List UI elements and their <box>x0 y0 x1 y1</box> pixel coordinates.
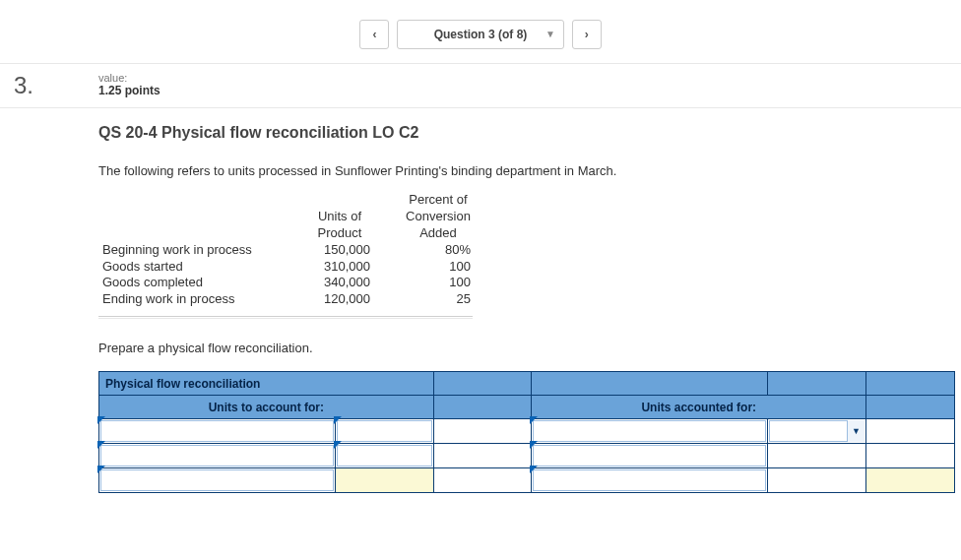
row-label: Beginning work in process <box>98 242 295 259</box>
edit-marker-icon <box>97 441 105 449</box>
col1-header-line1: Units of <box>295 209 384 225</box>
row-pct: 100 <box>384 275 492 291</box>
question-content: QS 20-4 Physical flow reconciliation LO … <box>0 124 961 493</box>
row-units: 150,000 <box>295 242 384 259</box>
question-header: 3. value: 1.25 points <box>0 63 961 108</box>
question-nav-bar: ‹ Question 3 (of 8) ▼ › <box>0 0 961 63</box>
row-units: 340,000 <box>295 275 384 291</box>
row-units: 120,000 <box>295 291 384 308</box>
next-question-button[interactable]: › <box>572 20 602 49</box>
left-desc-input-3[interactable] <box>100 469 334 491</box>
col2-header-line2: Conversion <box>384 209 492 225</box>
table-row: Goods completed 340,000 100 <box>98 275 492 291</box>
table-row: Goods started 310,000 100 <box>98 259 492 276</box>
prepare-instruction: Prepare a physical flow reconciliation. <box>98 341 922 355</box>
left-desc-input-1[interactable] <box>100 420 334 442</box>
right-section-header: Units accounted for: <box>532 396 866 419</box>
question-selector-label: Question 3 (of 8) <box>434 28 528 41</box>
left-value-input-1[interactable] <box>337 420 432 442</box>
question-selector[interactable]: Question 3 (of 8) ▼ <box>397 20 564 49</box>
row-label: Goods started <box>98 259 295 276</box>
prev-question-button[interactable]: ‹ <box>359 20 389 49</box>
col2-header-line1: Percent of <box>384 192 492 209</box>
value-label: value: <box>98 72 160 84</box>
table-row: Beginning work in process 150,000 80% <box>98 242 492 259</box>
row-pct: 25 <box>384 291 492 308</box>
right-dropdown-1[interactable]: ▼ <box>768 419 866 444</box>
reconciliation-table: Physical flow reconciliation Units to ac… <box>98 371 955 493</box>
edit-marker-icon <box>334 416 342 424</box>
row-pct: 80% <box>384 242 492 259</box>
points-value: 1.25 points <box>98 84 160 97</box>
left-section-header: Units to account for: <box>99 396 434 419</box>
chevron-down-icon: ▼ <box>847 420 865 442</box>
col2-header-line3: Added <box>384 225 492 242</box>
left-desc-input-2[interactable] <box>100 445 334 467</box>
table-underline <box>98 316 473 319</box>
edit-marker-icon <box>97 416 105 424</box>
left-value-input-2[interactable] <box>337 445 432 467</box>
edit-marker-icon <box>530 466 538 473</box>
edit-marker-icon <box>530 441 538 449</box>
recon-title: Physical flow reconciliation <box>99 372 434 396</box>
right-desc-input-3[interactable] <box>533 469 766 491</box>
col1-header-line2: Product <box>295 225 384 242</box>
table-row: Ending work in process 120,000 25 <box>98 291 492 308</box>
row-pct: 100 <box>384 259 492 276</box>
row-label: Goods completed <box>98 275 295 291</box>
question-title: QS 20-4 Physical flow reconciliation LO … <box>98 124 922 142</box>
edit-marker-icon <box>530 416 538 424</box>
edit-marker-icon <box>334 441 342 449</box>
right-desc-input-1[interactable] <box>533 420 766 442</box>
units-data-table: Percent of Units of Conversion Product A… <box>98 192 492 308</box>
chevron-down-icon: ▼ <box>545 21 555 48</box>
right-desc-input-2[interactable] <box>533 445 766 467</box>
row-units: 310,000 <box>295 259 384 276</box>
edit-marker-icon <box>97 466 105 473</box>
question-number: 3. <box>0 72 98 99</box>
row-label: Ending work in process <box>98 291 295 308</box>
question-intro: The following refers to units processed … <box>98 163 922 178</box>
